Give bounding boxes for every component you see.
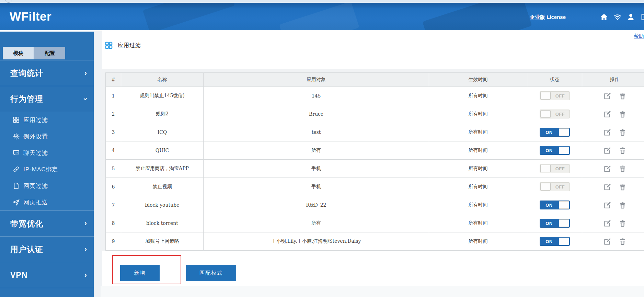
sidebar-item-exceptions[interactable]: 例外设置 bbox=[0, 128, 94, 145]
edit-icon[interactable] bbox=[603, 201, 611, 209]
col-header-target: 应用对象 bbox=[204, 73, 429, 87]
status-toggle[interactable]: ON bbox=[540, 128, 570, 137]
chevron-right-icon: › bbox=[84, 237, 87, 262]
edit-icon[interactable] bbox=[603, 219, 611, 227]
sidebar-item-firewall-clipped[interactable]: 防火墙 bbox=[0, 288, 94, 297]
delete-icon[interactable] bbox=[619, 110, 626, 118]
delete-icon[interactable] bbox=[619, 128, 626, 136]
edit-icon[interactable] bbox=[603, 147, 611, 155]
status-toggle[interactable]: OFF bbox=[540, 91, 570, 100]
sidebar-item-web-push[interactable]: 网页推送 bbox=[0, 194, 94, 210]
chat-icon bbox=[12, 149, 20, 157]
col-header-name: 名称 bbox=[121, 73, 204, 87]
content-left-gap bbox=[94, 30, 102, 297]
status-toggle[interactable]: ON bbox=[540, 201, 570, 209]
sidebar-item-web-filter[interactable]: 网页过滤 bbox=[0, 178, 94, 194]
status-toggle[interactable]: ON bbox=[540, 146, 570, 155]
edit-icon[interactable] bbox=[603, 238, 611, 245]
col-header-status: 状态 bbox=[527, 73, 582, 87]
sidebar-top-divider bbox=[0, 30, 94, 32]
edit-icon[interactable] bbox=[603, 92, 611, 100]
sidebar-item-behavior-mgmt[interactable]: 行为管理 › bbox=[0, 86, 94, 112]
sidebar-item-vpn[interactable]: VPN › bbox=[0, 262, 94, 288]
status-toggle[interactable]: OFF bbox=[540, 110, 570, 118]
send-icon bbox=[12, 198, 20, 206]
table-row: 1 规则1(禁止145微信) 145 所有时间 OFF bbox=[106, 87, 644, 105]
edit-icon[interactable] bbox=[603, 183, 611, 191]
grid-icon bbox=[12, 116, 20, 124]
logout-icon[interactable] bbox=[640, 12, 644, 22]
page-title: 应用过滤 bbox=[118, 42, 141, 49]
main-content: 帮助 应用过滤 # 名称 应用对象 生效时间 状态 操作 bbox=[94, 30, 644, 297]
browser-edge-strip bbox=[0, 0, 644, 3]
link-icon bbox=[12, 165, 20, 173]
wifi-icon[interactable] bbox=[613, 12, 621, 22]
tab-modules[interactable]: 模块 bbox=[3, 47, 34, 59]
edit-icon[interactable] bbox=[603, 110, 611, 118]
edit-icon[interactable] bbox=[603, 165, 611, 173]
delete-icon[interactable] bbox=[619, 219, 626, 227]
keyboard-watermark bbox=[143, 3, 235, 30]
table-row: 3 ICQ test 所有时间 ON bbox=[106, 123, 644, 141]
status-toggle[interactable]: ON bbox=[540, 237, 570, 246]
app-logo: WFilter bbox=[10, 3, 51, 30]
sidebar-item-query-stats[interactable]: 查询统计 › bbox=[0, 60, 94, 86]
table-row: 9 域账号上网策略 王小明,Lily,王小麻,江海明/Steven,Daisy … bbox=[106, 232, 644, 251]
below-content-area bbox=[101, 286, 644, 297]
grid-icon bbox=[105, 41, 113, 49]
table-row: 5 禁止应用商店，淘宝APP 手机 所有时间 OFF bbox=[106, 160, 644, 178]
match-mode-button[interactable]: 匹配模式 bbox=[186, 265, 236, 281]
behavior-submenu: 应用过滤 例外设置 聊天过滤 bbox=[0, 112, 94, 210]
rules-table: # 名称 应用对象 生效时间 状态 操作 1 规则1(禁止145微信) 145 … bbox=[105, 72, 644, 251]
edit-icon[interactable] bbox=[603, 128, 611, 136]
col-header-time: 生效时间 bbox=[429, 73, 527, 87]
sidebar-item-chat-filter[interactable]: 聊天过滤 bbox=[0, 145, 94, 161]
browser-circle-fragment bbox=[5, 0, 12, 3]
keyboard-watermark bbox=[422, 3, 532, 30]
table-row: 7 block youtube R&D_22 所有时间 ON bbox=[106, 196, 644, 214]
sidebar-menu: 查询统计 › 行为管理 › 应用过滤 bbox=[0, 60, 94, 297]
delete-icon[interactable] bbox=[619, 92, 626, 100]
delete-icon[interactable] bbox=[619, 238, 626, 245]
table-row: 2 规则2 Bruce 所有时间 OFF bbox=[106, 105, 644, 123]
chevron-right-icon: › bbox=[84, 60, 87, 86]
delete-icon[interactable] bbox=[619, 183, 626, 191]
page-title-row: 应用过滤 bbox=[105, 41, 141, 50]
home-icon[interactable] bbox=[600, 12, 608, 22]
user-icon[interactable] bbox=[627, 12, 635, 22]
add-button[interactable]: 新增 bbox=[120, 265, 160, 281]
delete-icon[interactable] bbox=[619, 201, 626, 209]
delete-icon[interactable] bbox=[619, 165, 626, 173]
status-toggle[interactable]: OFF bbox=[540, 182, 570, 191]
delete-icon[interactable] bbox=[619, 147, 626, 155]
table-row: 8 block torrent 所有 所有时间 ON bbox=[106, 214, 644, 232]
chevron-right-icon: › bbox=[84, 211, 87, 237]
keyboard-watermark bbox=[279, 3, 359, 30]
sidebar-item-bandwidth[interactable]: 带宽优化 › bbox=[0, 210, 94, 236]
sidebar-item-ip-mac-binding[interactable]: IP-MAC绑定 bbox=[0, 161, 94, 178]
col-header-num: # bbox=[106, 73, 121, 87]
help-link[interactable]: 帮助 bbox=[634, 33, 644, 39]
sidebar-item-app-filter[interactable]: 应用过滤 bbox=[0, 112, 94, 128]
sidebar-tabs: 模块 配置 bbox=[3, 47, 65, 59]
table-row: 4 QUIC 所有 所有时间 ON bbox=[106, 141, 644, 160]
chevron-right-icon: › bbox=[84, 262, 87, 288]
col-header-ops: 操作 bbox=[582, 73, 644, 87]
license-label: 企业版 License bbox=[530, 3, 566, 30]
gear-icon bbox=[12, 133, 20, 140]
topbar-icons bbox=[600, 11, 644, 23]
topbar: WFilter 企业版 License bbox=[0, 3, 644, 30]
status-toggle[interactable]: OFF bbox=[540, 164, 570, 173]
page-icon bbox=[12, 182, 20, 190]
table-row: 6 禁止视频 手机 所有时间 OFF bbox=[106, 178, 644, 196]
status-toggle[interactable]: ON bbox=[540, 219, 570, 228]
tab-config[interactable]: 配置 bbox=[34, 47, 65, 59]
sidebar: 模块 配置 查询统计 › 行为管理 › 应用过滤 bbox=[0, 30, 94, 297]
rules-table-wrap: # 名称 应用对象 生效时间 状态 操作 1 规则1(禁止145微信) 145 … bbox=[101, 69, 644, 251]
sidebar-item-user-auth[interactable]: 用户认证 › bbox=[0, 236, 94, 262]
table-header-row: # 名称 应用对象 生效时间 状态 操作 bbox=[106, 73, 644, 87]
